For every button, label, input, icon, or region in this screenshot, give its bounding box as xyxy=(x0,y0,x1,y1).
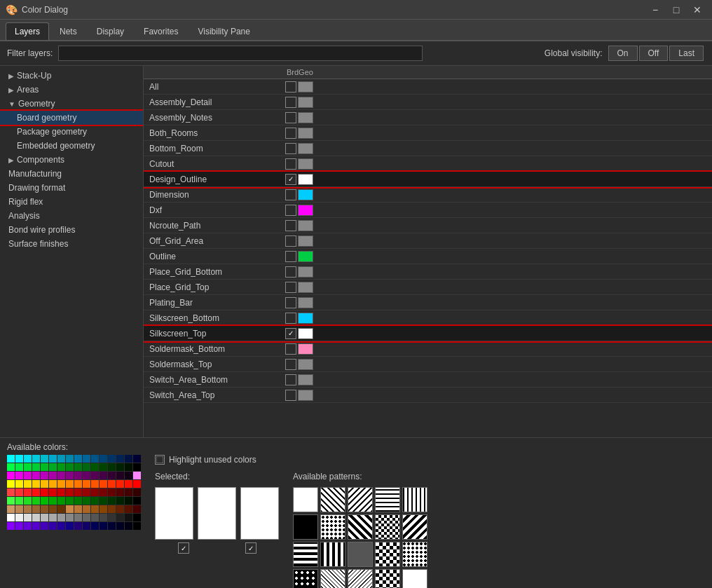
color-swatch[interactable] xyxy=(83,463,90,471)
color-swatch[interactable] xyxy=(108,488,116,496)
color-swatch[interactable] xyxy=(24,455,32,463)
selected-check-2[interactable] xyxy=(245,542,256,554)
color-swatch[interactable] xyxy=(24,488,32,496)
layer-checkbox[interactable] xyxy=(285,390,296,401)
pattern-swatch[interactable] xyxy=(348,487,373,512)
layer-color-swatch[interactable] xyxy=(298,282,313,293)
layer-row-checkbox[interactable] xyxy=(284,266,298,278)
color-swatch[interactable] xyxy=(66,463,74,471)
color-swatch[interactable] xyxy=(100,497,107,505)
color-swatch[interactable] xyxy=(32,514,40,521)
color-swatch[interactable] xyxy=(91,514,99,521)
color-swatch[interactable] xyxy=(116,522,124,530)
pattern-swatch[interactable] xyxy=(320,487,345,512)
color-swatch[interactable] xyxy=(41,522,48,530)
color-swatch[interactable] xyxy=(83,472,90,479)
color-swatch[interactable] xyxy=(116,497,124,505)
minimize-button[interactable]: − xyxy=(646,3,664,17)
color-swatch[interactable] xyxy=(15,488,23,496)
color-swatch[interactable] xyxy=(49,505,57,513)
toggle-stack-up[interactable]: ▶ xyxy=(8,72,14,80)
sidebar-item-geometry[interactable]: ▼ Geometry xyxy=(0,97,143,111)
color-swatch[interactable] xyxy=(57,497,65,505)
layer-color-swatch[interactable] xyxy=(298,97,313,108)
layer-checkbox[interactable] xyxy=(285,282,296,293)
layer-checkbox[interactable] xyxy=(285,112,296,123)
pattern-swatch[interactable] xyxy=(293,542,318,567)
layer-row-checkbox[interactable] xyxy=(284,235,298,247)
color-swatch[interactable] xyxy=(74,505,82,513)
color-swatch[interactable] xyxy=(116,463,124,471)
layer-color-swatch[interactable] xyxy=(298,143,313,154)
layer-checkbox[interactable] xyxy=(285,205,296,216)
color-swatch[interactable] xyxy=(49,488,57,496)
layer-row-checkbox[interactable] xyxy=(284,158,298,170)
color-swatch[interactable] xyxy=(125,472,132,479)
color-swatch[interactable] xyxy=(41,488,48,496)
filter-input[interactable] xyxy=(58,46,423,61)
color-swatch[interactable] xyxy=(116,472,124,479)
layer-color-swatch[interactable] xyxy=(298,81,313,93)
color-swatch[interactable] xyxy=(41,463,48,471)
color-swatch[interactable] xyxy=(74,480,82,488)
color-swatch[interactable] xyxy=(83,455,90,463)
color-swatch[interactable] xyxy=(133,522,141,530)
color-swatch[interactable] xyxy=(133,505,141,513)
color-swatch[interactable] xyxy=(49,455,57,463)
color-swatch[interactable] xyxy=(100,488,107,496)
layer-checkbox[interactable] xyxy=(285,220,296,231)
layer-color-swatch[interactable] xyxy=(298,343,313,355)
color-swatch[interactable] xyxy=(83,480,90,488)
color-swatch[interactable] xyxy=(57,488,65,496)
pattern-swatch[interactable] xyxy=(402,514,427,540)
color-swatch[interactable] xyxy=(83,505,90,513)
color-swatch[interactable] xyxy=(7,522,15,530)
color-swatch[interactable] xyxy=(57,505,65,513)
layer-color-swatch[interactable] xyxy=(298,359,313,370)
layer-row-checkbox[interactable] xyxy=(284,374,298,385)
pattern-swatch[interactable] xyxy=(375,542,400,567)
color-swatch[interactable] xyxy=(32,472,40,479)
color-swatch[interactable] xyxy=(32,488,40,496)
layer-checkbox[interactable] xyxy=(285,174,296,185)
color-swatch[interactable] xyxy=(116,480,124,488)
layer-row-checkbox[interactable] xyxy=(284,390,298,401)
color-swatch[interactable] xyxy=(100,472,107,479)
color-swatch[interactable] xyxy=(125,514,132,521)
tab-visibility-pane[interactable]: Visibility Pane xyxy=(189,22,259,40)
layer-row-checkbox[interactable] xyxy=(284,282,298,293)
color-swatch[interactable] xyxy=(32,480,40,488)
color-swatch[interactable] xyxy=(32,522,40,530)
layer-row-checkbox[interactable] xyxy=(284,81,298,93)
color-swatch[interactable] xyxy=(7,488,15,496)
color-swatch[interactable] xyxy=(125,497,132,505)
layer-color-swatch[interactable] xyxy=(298,189,313,200)
color-swatch[interactable] xyxy=(133,497,141,505)
selected-box-3[interactable] xyxy=(240,487,279,540)
color-swatch[interactable] xyxy=(41,505,48,513)
color-swatch[interactable] xyxy=(108,480,116,488)
color-swatch[interactable] xyxy=(24,497,32,505)
layer-row-checkbox[interactable] xyxy=(284,189,298,200)
color-swatch[interactable] xyxy=(125,480,132,488)
color-swatch[interactable] xyxy=(74,522,82,530)
layer-checkbox[interactable] xyxy=(285,343,296,355)
color-swatch[interactable] xyxy=(116,455,124,463)
color-swatch[interactable] xyxy=(24,514,32,521)
pattern-swatch[interactable] xyxy=(402,542,427,567)
color-swatch[interactable] xyxy=(91,497,99,505)
color-swatch[interactable] xyxy=(108,472,116,479)
layer-row-checkbox[interactable] xyxy=(284,143,298,154)
color-swatch[interactable] xyxy=(24,522,32,530)
toggle-areas[interactable]: ▶ xyxy=(8,86,14,94)
color-swatch[interactable] xyxy=(7,472,15,479)
color-swatch[interactable] xyxy=(108,455,116,463)
layer-color-swatch[interactable] xyxy=(298,251,313,262)
pattern-swatch[interactable] xyxy=(375,514,400,540)
tab-nets[interactable]: Nets xyxy=(50,22,86,40)
color-swatch[interactable] xyxy=(100,463,107,471)
color-swatch[interactable] xyxy=(66,472,74,479)
color-swatch[interactable] xyxy=(7,455,15,463)
color-swatch[interactable] xyxy=(74,488,82,496)
color-swatch[interactable] xyxy=(24,472,32,479)
